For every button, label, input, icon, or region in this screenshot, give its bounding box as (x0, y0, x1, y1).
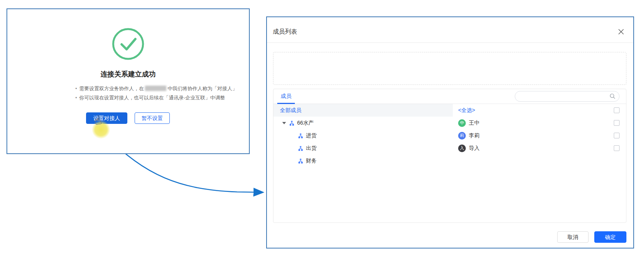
bullet-line-2: •你可以现在设置对接人，也可以后续在「通讯录-企业互联」中调整 (75, 93, 237, 102)
member-row[interactable]: 莉 李莉 (453, 129, 626, 142)
tree-node-company[interactable]: 66水产 (273, 117, 453, 129)
search-box (515, 91, 620, 102)
bullet-line-1: •需要设置双方业务协作人，在中我们将协作人称为「对接人」 (75, 84, 237, 93)
success-panel: 连接关系建立成功 •需要设置双方业务协作人，在中我们将协作人称为「对接人」 •你… (7, 8, 250, 154)
search-icon (610, 93, 615, 99)
success-description: •需要设置双方业务协作人，在中我们将协作人称为「对接人」 •你可以现在设置对接人… (75, 84, 237, 102)
cancel-button[interactable]: 取消 (557, 231, 589, 243)
confirm-button[interactable]: 确定 (594, 231, 626, 243)
member-checkbox[interactable] (614, 133, 620, 138)
bullet-icon: • (75, 95, 77, 101)
header-divider (267, 42, 633, 43)
success-check-icon (112, 28, 145, 60)
org-icon (298, 146, 303, 151)
select-all-row: <全选> (453, 104, 626, 117)
member-name: 李莉 (469, 132, 480, 139)
close-icon (618, 29, 624, 35)
member-avatar: 入 (458, 145, 466, 152)
success-title: 连接关系建立成功 (7, 70, 249, 79)
tree-node-department[interactable]: 出货 (273, 142, 453, 154)
redacted-company-name (145, 86, 166, 91)
member-row[interactable]: 中 王中 (453, 117, 626, 129)
tree-node-department[interactable]: 财务 (273, 154, 453, 167)
member-checkbox[interactable] (614, 120, 620, 126)
member-picker: 成员 全部成员 (273, 89, 626, 223)
tab-members[interactable]: 成员 (277, 89, 295, 104)
member-avatar: 莉 (458, 132, 466, 140)
selected-members-area (273, 52, 626, 85)
search-input[interactable] (515, 91, 620, 102)
bullet-icon: • (75, 86, 77, 91)
tree-node-label: 66水产 (297, 120, 314, 127)
member-list: <全选> 中 王中 莉 李莉 入 (453, 104, 626, 222)
tab-bar: 成员 (273, 89, 626, 104)
close-button[interactable] (616, 27, 626, 36)
tree-node-label: 进货 (306, 132, 317, 139)
org-icon (298, 158, 303, 164)
member-name: 导入 (469, 145, 480, 152)
department-tree: 全部成员 66水产 (273, 104, 453, 222)
org-icon (289, 120, 294, 126)
dialog-title: 成员列表 (273, 28, 297, 36)
caret-down-icon[interactable] (282, 122, 286, 124)
member-checkbox[interactable] (614, 145, 620, 151)
select-all-link[interactable]: <全选> (458, 107, 475, 114)
member-row[interactable]: 入 导入 (453, 142, 626, 154)
skip-setup-button[interactable]: 暂不设置 (135, 112, 170, 124)
member-name: 王中 (469, 120, 480, 127)
org-icon (298, 133, 303, 138)
select-all-checkbox[interactable] (614, 107, 620, 113)
all-members-row[interactable]: 全部成员 (273, 104, 453, 117)
member-list-dialog: 成员列表 成员 全部成员 (266, 16, 634, 249)
tree-node-label: 出货 (306, 145, 317, 152)
member-avatar: 中 (458, 119, 466, 127)
tree-node-department[interactable]: 进货 (273, 129, 453, 142)
tree-node-label: 财务 (306, 158, 317, 164)
